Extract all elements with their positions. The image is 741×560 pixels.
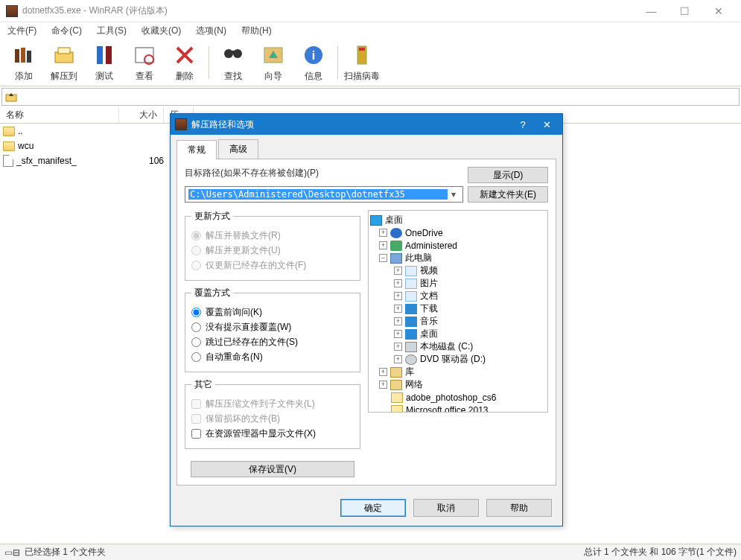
collapse-icon[interactable]: −: [379, 254, 387, 262]
tree-desktop[interactable]: 桌面: [370, 214, 546, 226]
tb-info-label: 信息: [305, 70, 322, 83]
radio-overwrite-noask[interactable]: 没有提示直接覆盖(W): [191, 321, 354, 334]
menu-help[interactable]: 帮助(H): [237, 23, 276, 39]
tb-delete-label: 删除: [176, 70, 194, 83]
tree-libraries[interactable]: +库: [370, 366, 546, 378]
video-icon: [405, 266, 417, 276]
radio-update-update[interactable]: 解压并更新文件(U): [191, 244, 354, 257]
tb-find[interactable]: 查找: [214, 42, 252, 83]
toolbar: 添加 解压到 测试 查看 删除 查找 向导 i 信息 扫描病毒: [0, 39, 741, 86]
menu-options[interactable]: 选项(N): [191, 23, 231, 39]
expand-icon[interactable]: +: [379, 368, 387, 376]
dialog-help-button[interactable]: ?: [512, 119, 534, 130]
tree-folder-ps[interactable]: adobe_photoshop_cs6: [370, 391, 546, 404]
up-folder-icon[interactable]: [5, 91, 17, 103]
tree-documents[interactable]: +文档: [370, 290, 546, 302]
expand-icon[interactable]: +: [379, 229, 387, 237]
minimize-button[interactable]: —: [635, 0, 668, 22]
app-icon: [6, 5, 18, 17]
tree-user[interactable]: +Administered: [370, 239, 546, 252]
dialog-buttons: 确定 取消 帮助: [171, 491, 562, 526]
window-title: dotnetfx35.exe - WinRAR (评估版本): [22, 4, 168, 17]
cancel-button[interactable]: 取消: [413, 499, 479, 517]
help-button[interactable]: 帮助: [486, 499, 552, 517]
path-combobox[interactable]: C:\Users\Administered\Desktop\dotnetfx35…: [185, 186, 463, 203]
folder-tree[interactable]: 桌面 +OneDrive +Administered −此电脑 +视频 +图片 …: [368, 210, 548, 413]
chevron-down-icon[interactable]: ▾: [448, 189, 459, 200]
dialog-close-button[interactable]: ✕: [535, 119, 558, 130]
new-folder-button[interactable]: 新建文件夹(E): [468, 186, 548, 203]
menu-tools[interactable]: 工具(S): [92, 23, 131, 39]
folder-icon: [3, 141, 15, 151]
menu-favorites[interactable]: 收藏夹(O): [137, 23, 185, 39]
chk-subfolders[interactable]: 解压压缩文件到子文件夹(L): [191, 398, 354, 410]
col-name[interactable]: 名称: [0, 107, 119, 123]
tb-test[interactable]: 测试: [85, 42, 124, 83]
tb-info[interactable]: i 信息: [294, 42, 333, 83]
tree-pictures[interactable]: +图片: [370, 277, 546, 290]
tb-scan[interactable]: 扫描病毒: [343, 42, 381, 83]
tree-ddrive[interactable]: +DVD 驱动器 (D:): [370, 353, 546, 366]
file-name: ..: [18, 126, 23, 136]
chk-keep-broken[interactable]: 保留损坏的文件(B): [191, 413, 354, 425]
radio-overwrite-ask[interactable]: 覆盖前询问(K): [191, 306, 354, 319]
delete-icon: [171, 42, 198, 69]
tree-downloads[interactable]: +下载: [370, 302, 546, 315]
tb-wizard[interactable]: 向导: [254, 42, 293, 83]
path-value: C:\Users\Administered\Desktop\dotnetfx35: [188, 189, 448, 200]
tb-extract[interactable]: 解压到: [45, 42, 83, 83]
radio-update-fresh[interactable]: 仅更新已经存在的文件(F): [191, 259, 354, 272]
menu-file[interactable]: 文件(F): [3, 23, 41, 39]
col-size[interactable]: 大小: [119, 107, 164, 123]
tab-advanced[interactable]: 高级: [218, 139, 258, 159]
tree-folder-office[interactable]: Microsoft office 2013: [370, 404, 546, 413]
dialog-icon: [175, 118, 187, 130]
user-icon: [390, 241, 402, 251]
folder-icon: [3, 127, 15, 136]
expand-icon[interactable]: +: [394, 330, 402, 338]
tree-thispc[interactable]: −此电脑: [370, 252, 546, 264]
radio-overwrite-rename[interactable]: 自动重命名(N): [191, 351, 354, 363]
tree-network[interactable]: +网络: [370, 378, 546, 391]
dialog-titlebar[interactable]: 解压路径和选项 ? ✕: [171, 114, 562, 135]
radio-overwrite-skip[interactable]: 跳过已经存在的文件(S): [191, 336, 354, 349]
menu-commands[interactable]: 命令(C): [47, 23, 86, 39]
radio-update-replace[interactable]: 解压并替换文件(R): [191, 229, 354, 242]
tree-music[interactable]: +音乐: [370, 315, 546, 328]
tree-videos[interactable]: +视频: [370, 264, 546, 277]
tb-add[interactable]: 添加: [4, 42, 43, 83]
maximize-button[interactable]: ☐: [668, 0, 702, 22]
tree-cdrive[interactable]: +本地磁盘 (C:): [370, 340, 546, 353]
find-icon: [220, 42, 247, 69]
tb-view[interactable]: 查看: [125, 42, 164, 83]
tb-delete[interactable]: 删除: [165, 42, 204, 83]
document-icon: [405, 291, 417, 302]
expand-icon[interactable]: +: [394, 279, 402, 287]
extract-icon: [51, 42, 77, 69]
dvd-icon: [405, 354, 417, 365]
group-misc-legend: 其它: [191, 378, 215, 391]
expand-icon[interactable]: +: [379, 241, 387, 249]
titlebar: dotnetfx35.exe - WinRAR (评估版本) — ☐ ✕: [0, 0, 741, 22]
pathbar[interactable]: [1, 88, 740, 106]
svg-rect-5: [97, 46, 103, 64]
expand-icon[interactable]: +: [394, 305, 402, 313]
chk-show-explorer[interactable]: 在资源管理器中显示文件(X): [191, 427, 354, 440]
folder-icon: [391, 392, 403, 403]
expand-icon[interactable]: +: [394, 343, 402, 351]
close-button[interactable]: ✕: [702, 0, 735, 22]
ok-button[interactable]: 确定: [340, 499, 406, 517]
tb-test-label: 测试: [95, 70, 113, 83]
tree-desk[interactable]: +桌面: [370, 328, 546, 340]
expand-icon[interactable]: +: [394, 267, 402, 275]
save-settings-button[interactable]: 保存设置(V): [191, 461, 354, 477]
tab-general[interactable]: 常规: [176, 140, 217, 159]
expand-icon[interactable]: +: [394, 355, 402, 363]
desktop-icon: [370, 215, 382, 226]
expand-icon[interactable]: +: [379, 381, 387, 389]
expand-icon[interactable]: +: [394, 317, 402, 325]
expand-icon[interactable]: +: [394, 292, 402, 300]
tree-onedrive[interactable]: +OneDrive: [370, 226, 546, 239]
display-button[interactable]: 显示(D): [468, 167, 548, 183]
extract-dialog: 解压路径和选项 ? ✕ 常规 高级 目标路径(如果不存在将被创建)(P) 显示(…: [170, 113, 563, 526]
